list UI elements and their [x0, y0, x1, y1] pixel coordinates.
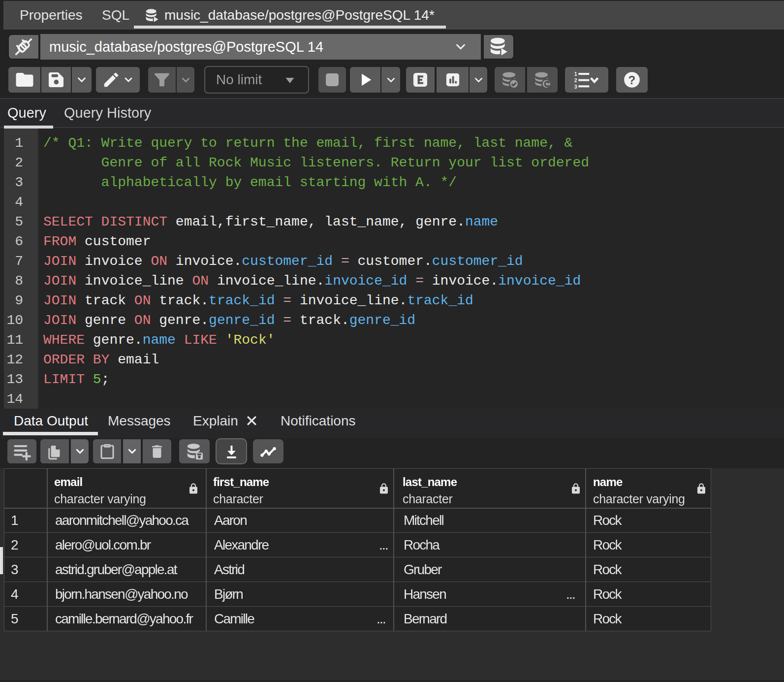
svg-text:1: 1 [574, 71, 577, 77]
svg-text:?: ? [628, 73, 636, 87]
svg-text:2: 2 [574, 77, 577, 83]
svg-text:3: 3 [574, 84, 577, 90]
